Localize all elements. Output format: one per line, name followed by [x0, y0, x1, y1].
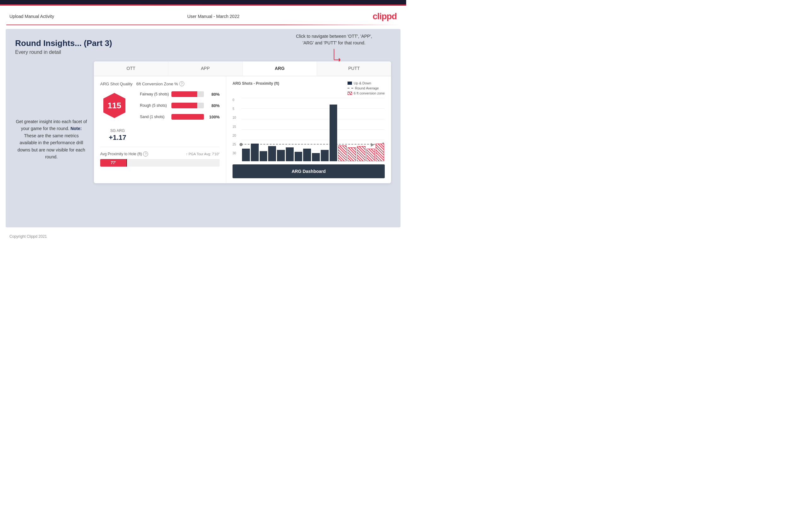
header-divider	[6, 24, 400, 25]
svg-marker-2	[339, 58, 340, 62]
bar-6	[286, 148, 294, 161]
legend-hatched-icon	[348, 92, 352, 95]
y-label-10: 10	[233, 116, 241, 119]
y-axis: 30 25 20 15 10 5 0	[233, 98, 241, 155]
chart-title: ARG Shots - Proximity (ft)	[233, 81, 279, 86]
y-label-30: 30	[233, 152, 241, 155]
bar-4	[268, 146, 276, 161]
bar-1	[242, 149, 250, 161]
panel-header: ARG Shot Quality 6ft Conversion Zone % ?	[100, 81, 220, 86]
arg-dashboard-button[interactable]: ARG Dashboard	[233, 164, 385, 178]
proximity-avg: ↑ PGA Tour Avg: 7'10"	[186, 152, 220, 156]
y-label-0: 0	[233, 98, 241, 102]
proximity-value: 77'	[111, 161, 116, 165]
bar-10	[321, 150, 328, 161]
copyright: Copyright Clippd 2021	[9, 234, 47, 239]
bar-11	[329, 105, 338, 161]
proximity-bar-container: 77'	[100, 159, 220, 167]
hex-badge-container: 115 SG ARG +1.17	[100, 91, 135, 142]
left-description: Get greater insight into each facet of y…	[15, 61, 88, 160]
footer: Copyright Clippd 2021	[0, 231, 406, 242]
widget-card: OTT APP ARG PUTT ARG Shot Quality 6ft Co…	[94, 61, 391, 183]
conversion-label: 6ft Conversion Zone % ?	[137, 81, 184, 86]
sand-pct: 100%	[207, 115, 220, 119]
nav-annotation: Click to navigate between 'OTT', 'APP','…	[296, 33, 372, 65]
sg-arg-section: SG ARG +1.17	[109, 125, 126, 142]
y-label-20: 20	[233, 134, 241, 137]
sg-label: SG ARG	[109, 128, 126, 133]
proximity-cursor	[126, 159, 127, 167]
upload-manual-link[interactable]: Upload Manual Activity	[9, 14, 54, 19]
rough-row: Rough (5 shots) 80%	[140, 103, 220, 108]
legend-conversion: 6 ft conversion zone	[348, 91, 385, 95]
annotation-arrow	[328, 49, 340, 65]
bar-15	[366, 149, 375, 161]
sand-bar-fill	[171, 114, 204, 120]
tab-arg[interactable]: ARG	[243, 61, 317, 76]
legend-dashed-icon	[348, 88, 353, 89]
bar-9	[312, 153, 320, 161]
right-panel: ARG Shots - Proximity (ft) Up & Down Rou…	[226, 76, 391, 183]
bar-8	[303, 149, 311, 161]
sand-label: Sand (1 shots)	[140, 115, 171, 119]
clippd-logo: clippd	[373, 11, 397, 21]
rough-bar-fill	[171, 103, 197, 108]
bar-14	[357, 146, 365, 161]
bar-16	[375, 144, 384, 161]
rough-bar-container	[171, 103, 204, 108]
legend-updown: Up & Down	[348, 81, 385, 85]
chart-legend: Up & Down Round Average 6 ft conversion …	[348, 81, 385, 95]
tab-ott[interactable]: OTT	[94, 61, 168, 76]
content-row: Get greater insight into each facet of y…	[15, 61, 391, 183]
legend-updown-label: Up & Down	[354, 81, 371, 85]
hex-value: 115	[107, 101, 121, 111]
legend-solid-icon	[348, 81, 352, 85]
sg-value: +1.17	[109, 133, 126, 142]
legend-round-avg-label: Round Average	[355, 86, 379, 90]
fairway-label: Fairway (5 shots)	[140, 92, 171, 96]
chart-header: ARG Shots - Proximity (ft) Up & Down Rou…	[233, 81, 385, 95]
tab-app[interactable]: APP	[168, 61, 243, 76]
fairway-row: Fairway (5 shots) 80%	[140, 91, 220, 97]
legend-conversion-label: 6 ft conversion zone	[354, 91, 385, 95]
chart-inner: 8	[241, 98, 385, 161]
bar-7	[295, 152, 303, 161]
hex-badge: 115	[100, 91, 129, 120]
shot-quality-bars: Fairway (5 shots) 80% Rough (5 shots)	[140, 91, 220, 142]
help-icon[interactable]: ?	[179, 81, 184, 86]
proximity-section: Avg Proximity to Hole (ft) ? ↑ PGA Tour …	[100, 147, 220, 167]
sand-row: Sand (1 shots) 100%	[140, 114, 220, 120]
proximity-bar-fill: 77'	[100, 159, 126, 167]
proximity-header: Avg Proximity to Hole (ft) ? ↑ PGA Tour …	[100, 152, 220, 157]
top-bar	[0, 0, 406, 6]
fairway-pct: 80%	[207, 92, 220, 97]
header: Upload Manual Activity User Manual - Mar…	[0, 6, 406, 24]
sand-bar-container	[171, 114, 204, 120]
bar-13	[348, 148, 356, 161]
fairway-bar-container	[171, 91, 204, 97]
widget-area: Click to navigate between 'OTT', 'APP','…	[94, 61, 391, 183]
document-title: User Manual - March 2022	[187, 14, 240, 19]
bars-row	[241, 98, 385, 161]
bar-12	[338, 146, 347, 161]
y-label-15: 15	[233, 125, 241, 128]
shot-quality-section: 115 SG ARG +1.17	[100, 91, 220, 142]
proximity-label: Avg Proximity to Hole (ft) ?	[100, 152, 148, 157]
rough-pct: 80%	[207, 103, 220, 108]
proximity-help-icon[interactable]: ?	[143, 152, 148, 157]
rough-label: Rough (5 shots)	[140, 103, 171, 108]
widget-body: ARG Shot Quality 6ft Conversion Zone % ?	[94, 76, 391, 183]
main-content: Round Insights... (Part 3) Every round i…	[6, 29, 401, 227]
bar-2	[251, 144, 259, 161]
legend-round-avg: Round Average	[348, 86, 385, 90]
left-panel: ARG Shot Quality 6ft Conversion Zone % ?	[94, 76, 226, 183]
shot-quality-label: ARG Shot Quality	[100, 81, 133, 86]
chart-area: 30 25 20 15 10 5 0	[233, 98, 385, 161]
fairway-bar-fill	[171, 91, 197, 97]
bar-3	[260, 151, 267, 161]
y-label-5: 5	[233, 107, 241, 111]
annotation-text: Click to navigate between 'OTT', 'APP','…	[296, 33, 372, 46]
bar-5	[277, 150, 285, 161]
note-label: Note:	[70, 126, 82, 131]
